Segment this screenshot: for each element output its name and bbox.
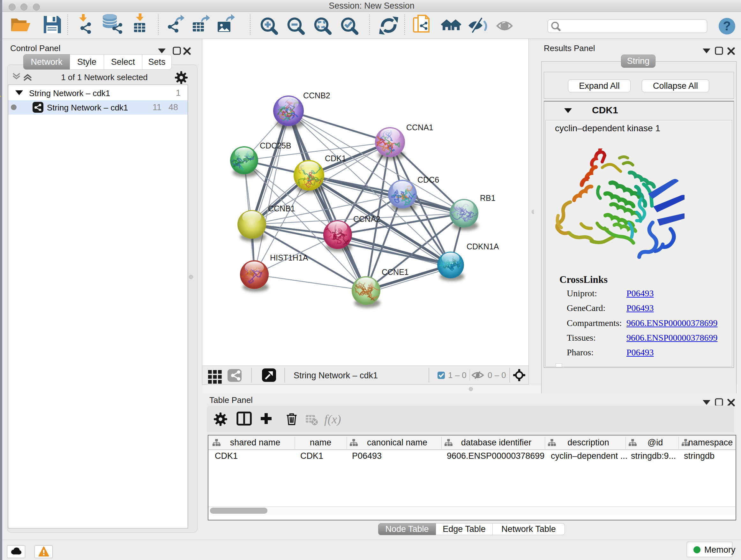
svg-text:CDKN1A: CDKN1A [467,242,499,251]
svg-text:String Network – cdk1: String Network – cdk1 [293,371,378,380]
svg-text:RB1: RB1 [480,193,495,202]
svg-text:CDC25B: CDC25B [260,141,291,150]
svg-text:CCNA1: CCNA1 [406,123,433,132]
svg-text:CDC6: CDC6 [417,175,439,184]
svg-text:?: ? [723,19,731,33]
svg-text:1 – 0: 1 – 0 [448,370,467,380]
svg-text:0 – 0: 0 – 0 [488,370,506,380]
svg-text:CCNE1: CCNE1 [382,267,409,276]
svg-text:CDK1: CDK1 [325,154,346,163]
svg-text:CCNA2: CCNA2 [353,214,381,224]
svg-text:CCNB2: CCNB2 [303,91,330,100]
svg-text:CCNB1: CCNB1 [268,204,295,213]
svg-text:HIST1H1A: HIST1H1A [270,253,308,262]
svg-text:f(x): f(x) [324,413,341,426]
